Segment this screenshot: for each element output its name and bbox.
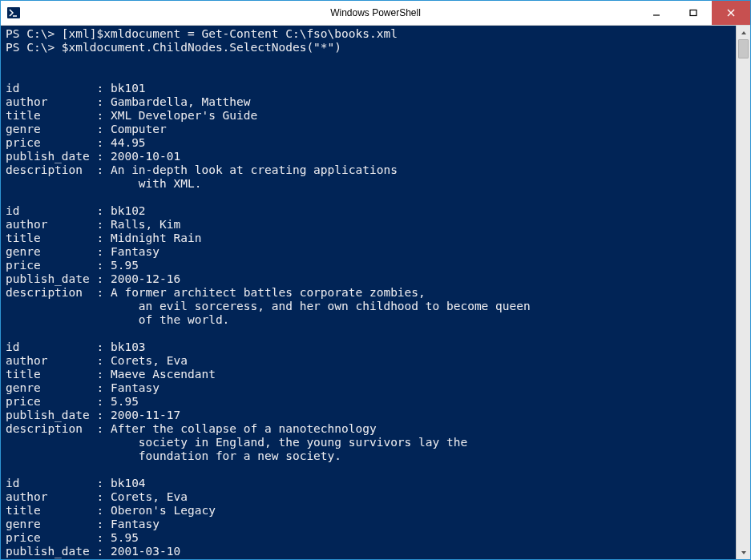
svg-rect-3 (690, 10, 696, 16)
console-area: PS C:\> [xml]$xmldocument = Get-Content … (1, 26, 750, 559)
console[interactable]: PS C:\> [xml]$xmldocument = Get-Content … (1, 26, 736, 559)
scroll-up-button[interactable] (737, 26, 750, 39)
titlebar[interactable]: Windows PowerShell (1, 1, 750, 26)
window-buttons (638, 1, 750, 25)
console-output: PS C:\> [xml]$xmldocument = Get-Content … (6, 27, 736, 559)
maximize-button[interactable] (675, 1, 712, 25)
powershell-window: Windows PowerShell PS C:\> [xml]$xmldocu… (0, 0, 751, 560)
scroll-thumb[interactable] (738, 39, 749, 58)
close-button[interactable] (712, 1, 750, 25)
vertical-scrollbar[interactable] (736, 26, 750, 559)
scroll-track[interactable] (737, 39, 750, 546)
powershell-icon (7, 6, 20, 19)
minimize-button[interactable] (638, 1, 675, 25)
scroll-down-button[interactable] (737, 546, 750, 559)
